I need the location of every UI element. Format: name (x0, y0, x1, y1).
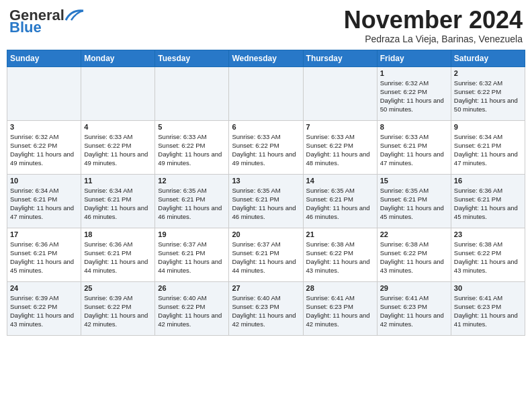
month-title: November 2024 (344, 7, 523, 34)
calendar-week-1: 3Sunrise: 6:32 AM Sunset: 6:22 PM Daylig… (7, 120, 525, 174)
day-number: 12 (158, 177, 226, 185)
day-number: 20 (232, 230, 300, 238)
day-number: 29 (380, 284, 448, 292)
calendar-day-3: 3Sunrise: 6:32 AM Sunset: 6:22 PM Daylig… (7, 120, 81, 174)
day-info: Sunrise: 6:32 AM Sunset: 6:22 PM Dayligh… (10, 132, 78, 168)
logo: General Blue (9, 7, 85, 36)
calendar-week-2: 10Sunrise: 6:34 AM Sunset: 6:21 PM Dayli… (7, 174, 525, 228)
calendar-header-thursday: Thursday (303, 50, 377, 66)
calendar-day-24: 24Sunrise: 6:39 AM Sunset: 6:22 PM Dayli… (7, 281, 81, 335)
day-info: Sunrise: 6:41 AM Sunset: 6:23 PM Dayligh… (306, 293, 374, 329)
day-info: Sunrise: 6:40 AM Sunset: 6:23 PM Dayligh… (232, 293, 300, 329)
calendar-header-monday: Monday (81, 50, 155, 66)
day-number: 6 (232, 123, 300, 131)
day-number: 27 (232, 284, 300, 292)
day-number: 30 (454, 284, 522, 292)
location: Pedraza La Vieja, Barinas, Venezuela (344, 34, 523, 44)
calendar-day-15: 15Sunrise: 6:35 AM Sunset: 6:21 PM Dayli… (377, 174, 451, 228)
day-info: Sunrise: 6:35 AM Sunset: 6:21 PM Dayligh… (380, 186, 448, 222)
day-info: Sunrise: 6:32 AM Sunset: 6:22 PM Dayligh… (454, 79, 522, 114)
logo-wing-icon (64, 8, 85, 23)
day-number: 23 (454, 230, 522, 238)
calendar-day-6: 6Sunrise: 6:33 AM Sunset: 6:22 PM Daylig… (229, 120, 303, 174)
calendar-day-4: 4Sunrise: 6:33 AM Sunset: 6:22 PM Daylig… (81, 120, 155, 174)
day-number: 21 (306, 230, 374, 238)
day-number: 25 (84, 284, 152, 292)
day-info: Sunrise: 6:41 AM Sunset: 6:23 PM Dayligh… (454, 293, 522, 329)
calendar-header-friday: Friday (377, 50, 451, 66)
day-info: Sunrise: 6:34 AM Sunset: 6:21 PM Dayligh… (10, 186, 78, 222)
calendar-day-30: 30Sunrise: 6:41 AM Sunset: 6:23 PM Dayli… (451, 281, 525, 335)
calendar-day-25: 25Sunrise: 6:39 AM Sunset: 6:22 PM Dayli… (81, 281, 155, 335)
page-header: General Blue November 2024 Pedraza La Vi… (7, 7, 525, 44)
day-number: 17 (10, 230, 78, 238)
day-number: 9 (454, 123, 522, 131)
day-info: Sunrise: 6:41 AM Sunset: 6:23 PM Dayligh… (380, 293, 448, 329)
day-number: 11 (84, 177, 152, 185)
calendar-day-19: 19Sunrise: 6:37 AM Sunset: 6:21 PM Dayli… (155, 228, 229, 281)
day-info: Sunrise: 6:39 AM Sunset: 6:22 PM Dayligh… (10, 293, 78, 329)
day-info: Sunrise: 6:40 AM Sunset: 6:22 PM Dayligh… (158, 293, 226, 329)
calendar-day-1: 1Sunrise: 6:32 AM Sunset: 6:22 PM Daylig… (377, 66, 451, 120)
calendar-day-9: 9Sunrise: 6:34 AM Sunset: 6:21 PM Daylig… (451, 120, 525, 174)
calendar-header-tuesday: Tuesday (155, 50, 229, 66)
title-block: November 2024 Pedraza La Vieja, Barinas,… (344, 7, 523, 44)
day-number: 2 (454, 69, 522, 77)
day-info: Sunrise: 6:35 AM Sunset: 6:21 PM Dayligh… (232, 186, 300, 222)
calendar-header-sunday: Sunday (7, 50, 81, 66)
day-info: Sunrise: 6:38 AM Sunset: 6:22 PM Dayligh… (380, 240, 448, 275)
calendar-empty-cell (303, 66, 377, 120)
day-info: Sunrise: 6:33 AM Sunset: 6:22 PM Dayligh… (232, 132, 300, 168)
day-number: 15 (380, 177, 448, 185)
day-number: 22 (380, 230, 448, 238)
calendar-day-8: 8Sunrise: 6:33 AM Sunset: 6:21 PM Daylig… (377, 120, 451, 174)
day-info: Sunrise: 6:38 AM Sunset: 6:22 PM Dayligh… (306, 240, 374, 275)
day-info: Sunrise: 6:37 AM Sunset: 6:21 PM Dayligh… (232, 240, 300, 275)
day-number: 26 (158, 284, 226, 292)
day-number: 7 (306, 123, 374, 131)
day-info: Sunrise: 6:35 AM Sunset: 6:21 PM Dayligh… (306, 186, 374, 222)
day-info: Sunrise: 6:32 AM Sunset: 6:22 PM Dayligh… (380, 79, 448, 114)
calendar-day-5: 5Sunrise: 6:33 AM Sunset: 6:22 PM Daylig… (155, 120, 229, 174)
day-number: 1 (380, 69, 448, 77)
day-info: Sunrise: 6:36 AM Sunset: 6:21 PM Dayligh… (10, 240, 78, 275)
day-number: 10 (10, 177, 78, 185)
day-info: Sunrise: 6:33 AM Sunset: 6:22 PM Dayligh… (84, 132, 152, 168)
day-info: Sunrise: 6:34 AM Sunset: 6:21 PM Dayligh… (454, 132, 522, 168)
calendar-day-29: 29Sunrise: 6:41 AM Sunset: 6:23 PM Dayli… (377, 281, 451, 335)
calendar-day-20: 20Sunrise: 6:37 AM Sunset: 6:21 PM Dayli… (229, 228, 303, 281)
day-info: Sunrise: 6:36 AM Sunset: 6:21 PM Dayligh… (84, 240, 152, 275)
day-number: 16 (454, 177, 522, 185)
calendar-empty-cell (7, 66, 81, 120)
calendar-day-7: 7Sunrise: 6:33 AM Sunset: 6:22 PM Daylig… (303, 120, 377, 174)
day-number: 28 (306, 284, 374, 292)
day-number: 4 (84, 123, 152, 131)
day-info: Sunrise: 6:33 AM Sunset: 6:22 PM Dayligh… (306, 132, 374, 168)
day-number: 8 (380, 123, 448, 131)
calendar-table: SundayMondayTuesdayWednesdayThursdayFrid… (7, 50, 525, 336)
day-number: 24 (10, 284, 78, 292)
calendar-header-saturday: Saturday (451, 50, 525, 66)
day-number: 18 (84, 230, 152, 238)
calendar-week-0: 1Sunrise: 6:32 AM Sunset: 6:22 PM Daylig… (7, 66, 525, 120)
day-info: Sunrise: 6:35 AM Sunset: 6:21 PM Dayligh… (158, 186, 226, 222)
calendar-day-10: 10Sunrise: 6:34 AM Sunset: 6:21 PM Dayli… (7, 174, 81, 228)
calendar-day-26: 26Sunrise: 6:40 AM Sunset: 6:22 PM Dayli… (155, 281, 229, 335)
logo-blue: Blue (9, 19, 42, 36)
day-number: 19 (158, 230, 226, 238)
day-info: Sunrise: 6:37 AM Sunset: 6:21 PM Dayligh… (158, 240, 226, 275)
calendar-week-4: 24Sunrise: 6:39 AM Sunset: 6:22 PM Dayli… (7, 281, 525, 335)
calendar-day-21: 21Sunrise: 6:38 AM Sunset: 6:22 PM Dayli… (303, 228, 377, 281)
day-info: Sunrise: 6:34 AM Sunset: 6:21 PM Dayligh… (84, 186, 152, 222)
calendar-day-28: 28Sunrise: 6:41 AM Sunset: 6:23 PM Dayli… (303, 281, 377, 335)
calendar-header-row: SundayMondayTuesdayWednesdayThursdayFrid… (7, 50, 525, 66)
day-info: Sunrise: 6:33 AM Sunset: 6:22 PM Dayligh… (158, 132, 226, 168)
day-info: Sunrise: 6:36 AM Sunset: 6:21 PM Dayligh… (454, 186, 522, 222)
calendar-day-27: 27Sunrise: 6:40 AM Sunset: 6:23 PM Dayli… (229, 281, 303, 335)
calendar-day-14: 14Sunrise: 6:35 AM Sunset: 6:21 PM Dayli… (303, 174, 377, 228)
calendar-day-11: 11Sunrise: 6:34 AM Sunset: 6:21 PM Dayli… (81, 174, 155, 228)
calendar-empty-cell (155, 66, 229, 120)
calendar-day-22: 22Sunrise: 6:38 AM Sunset: 6:22 PM Dayli… (377, 228, 451, 281)
day-info: Sunrise: 6:38 AM Sunset: 6:22 PM Dayligh… (454, 240, 522, 275)
calendar-day-12: 12Sunrise: 6:35 AM Sunset: 6:21 PM Dayli… (155, 174, 229, 228)
